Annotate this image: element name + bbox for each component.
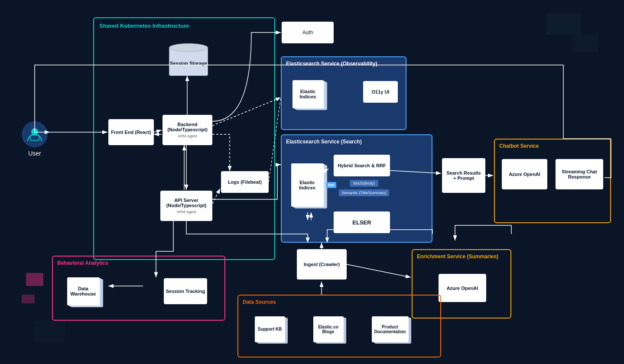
streaming-chat-label: Streaming Chat Response bbox=[557, 169, 601, 179]
api-server-box: API Server (Node/Typescript) APM Agent bbox=[160, 191, 212, 221]
auth-label: Auth bbox=[302, 29, 313, 36]
azure-openai-enrichment-box: Azure OpenAI bbox=[439, 274, 486, 302]
elser-box: ELSER bbox=[334, 211, 390, 233]
elasticsearch-observability-label: Elasticsearch Service (Observability) bbox=[286, 61, 377, 67]
o11y-ui-label: O11y UI bbox=[372, 89, 390, 94]
logs-filebeat-box: Logs (Filebeat) bbox=[221, 171, 269, 193]
auth-box: Auth bbox=[282, 22, 334, 43]
apm-agent-backend: APM Agent bbox=[178, 134, 197, 138]
behavioral-analytics-label: Behavioral Analytics bbox=[57, 260, 108, 266]
frontend-label: Front End (React) bbox=[111, 130, 151, 135]
ingest-crawler-box: Ingest (Crawler) bbox=[297, 249, 347, 280]
user-icon bbox=[22, 121, 48, 147]
session-storage-label: Session Storage bbox=[170, 61, 207, 66]
elasticsearch-search-box: Elasticsearch Service (Search) Elastic I… bbox=[281, 134, 432, 243]
user-container: User bbox=[22, 121, 48, 157]
chatbot-label: Chatbot Service bbox=[499, 143, 539, 149]
frontend-box: Front End (React) bbox=[108, 119, 154, 145]
data-sources-label: Data Sources bbox=[243, 299, 276, 305]
session-tracking-box: Session Tracking bbox=[164, 278, 207, 304]
svg-rect-1 bbox=[30, 135, 39, 140]
semantic-badge: Semantic (Title/Summary) bbox=[339, 189, 389, 196]
chatbot-service-box: Chatbot Service Azure OpenAI Streaming C… bbox=[494, 139, 611, 223]
elastic-indices-search: Elastic Indices bbox=[291, 163, 324, 207]
hybrid-search-box: Hybrid Search & RRF bbox=[334, 155, 390, 176]
svg-line-20 bbox=[347, 264, 411, 277]
elastic-indices-obs: Elastic Indices bbox=[292, 80, 324, 108]
streaming-chat-box: Streaming Chat Response bbox=[556, 159, 603, 189]
hybrid-search-label: Hybrid Search & RRF bbox=[338, 163, 386, 168]
shared-kubernetes-label: Shared Kubernetes Infrastructure bbox=[99, 23, 189, 30]
session-storage-cylinder: Session Storage bbox=[169, 43, 208, 76]
search-results-box: Search Results + Prompt bbox=[442, 158, 485, 193]
azure-openai-chatbot-box: Azure OpenAI bbox=[502, 159, 547, 189]
data-sources-box: Data Sources Support KB Elastic.co Blogs… bbox=[237, 295, 441, 358]
dis-badge: DIS bbox=[326, 182, 336, 188]
backend-box: Backend (Node/Typescript) APM Agent bbox=[162, 115, 212, 145]
elser-label: ELSER bbox=[352, 219, 371, 226]
bm25-badge: BM25(Body) bbox=[350, 180, 378, 187]
behavioral-analytics-box: Behavioral Analytics Data Warehouse Sess… bbox=[52, 256, 225, 321]
ingest-crawler-label: Ingest (Crawler) bbox=[304, 262, 340, 267]
architecture-diagram: Shared Kubernetes Infrastructure Auth Se… bbox=[0, 0, 624, 364]
data-warehouse-label: Data Warehouse bbox=[67, 277, 100, 306]
elasticsearch-search-label: Elasticsearch Service (Search) bbox=[286, 139, 362, 145]
azure-openai-enrichment-label: Azure OpenAI bbox=[447, 286, 478, 291]
azure-openai-chatbot-label: Azure OpenAI bbox=[509, 172, 540, 177]
session-tracking-label: Session Tracking bbox=[166, 289, 205, 294]
backend-label: Backend (Node/Typescript) bbox=[162, 122, 212, 132]
apm-agent-api: APM Agent bbox=[176, 210, 196, 214]
support-kb-label: Support KB bbox=[255, 316, 285, 342]
o11y-ui-box: O11y UI bbox=[363, 81, 398, 103]
elasticsearch-observability-box: Elasticsearch Service (Observability) El… bbox=[281, 56, 406, 130]
logs-filebeat-label: Logs (Filebeat) bbox=[228, 179, 262, 185]
user-label: User bbox=[28, 150, 41, 157]
enrichment-label: Enrichment Service (Summaries) bbox=[417, 254, 498, 260]
elastic-blogs-label: Elastic.co Blogs bbox=[313, 316, 344, 342]
product-docs-label: Product Documentation bbox=[372, 316, 409, 342]
search-results-label: Search Results + Prompt bbox=[445, 170, 483, 181]
api-server-label: API Server (Node/Typescript) bbox=[160, 198, 212, 208]
